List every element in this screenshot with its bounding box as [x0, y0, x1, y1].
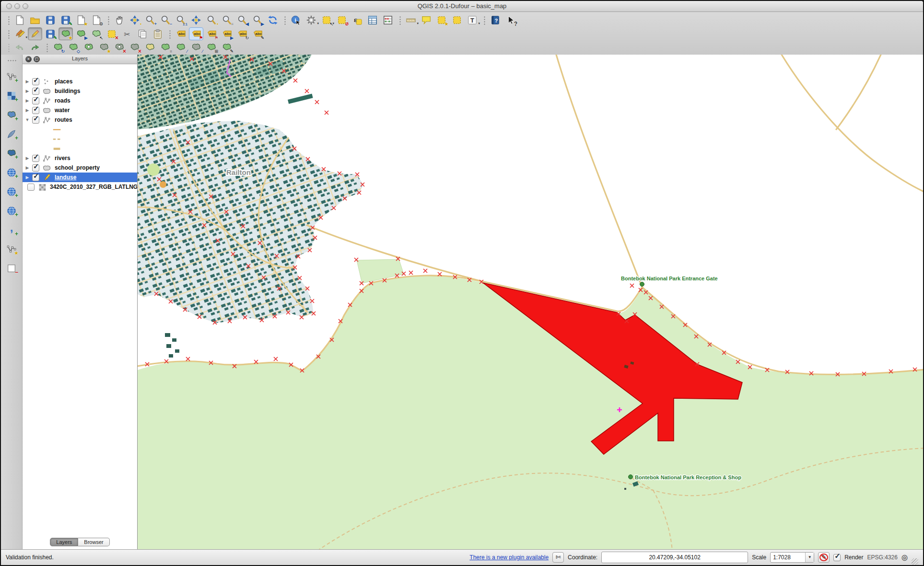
scale-combo[interactable]: 1:7028 ▼	[770, 552, 814, 563]
layer-item-raster[interactable]: 3420C_2010_327_RGB_LATLNG	[23, 182, 137, 192]
delete-selected-button[interactable]: ×	[105, 27, 119, 40]
layer-item-school-property[interactable]: ▶ school_property	[23, 163, 137, 173]
delete-ring-button[interactable]: ×	[112, 41, 127, 54]
node-tool-button[interactable]: ↖	[89, 27, 104, 40]
reshape-features-button[interactable]	[143, 41, 157, 54]
crs-status-icon[interactable]: ◎	[901, 553, 908, 562]
run-feature-action-button[interactable]: ▾	[304, 13, 318, 26]
deselect-features-button[interactable]: Ø	[335, 13, 349, 26]
layer-visibility-checkbox[interactable]	[32, 174, 39, 181]
routes-symbol-swatch-3[interactable]	[23, 144, 137, 153]
layer-item-water[interactable]: ▶ water	[23, 105, 137, 115]
offset-curve-button[interactable]: ≡	[158, 41, 173, 54]
map-tips-button[interactable]	[419, 13, 433, 26]
measure-button[interactable]: ▾	[404, 13, 418, 26]
coordinate-input[interactable]	[601, 552, 748, 563]
show-bookmarks-button[interactable]	[450, 13, 464, 26]
add-wcs-layer-button[interactable]: +	[4, 185, 19, 198]
layer-item-buildings[interactable]: ▶ buildings	[23, 86, 137, 96]
select-features-button[interactable]: ↖ ▾	[319, 13, 334, 26]
routes-symbol-swatch-1[interactable]	[23, 125, 137, 134]
tab-layers[interactable]: Layers	[50, 538, 78, 546]
undo-button[interactable]	[12, 41, 27, 54]
zoom-last-button[interactable]: ◀	[235, 13, 249, 26]
layer-visibility-checkbox[interactable]	[32, 164, 39, 172]
add-wfs-layer-button[interactable]: +	[4, 204, 19, 217]
new-plugin-link[interactable]: There is a new plugin available	[469, 554, 549, 561]
layer-item-places[interactable]: ▶ places	[23, 77, 137, 86]
expander-icon[interactable]: ▶	[25, 165, 30, 170]
tab-browser[interactable]: Browser	[78, 538, 109, 546]
layer-item-roads[interactable]: ▶ roads	[23, 96, 137, 105]
expander-icon[interactable]: ▶	[25, 108, 30, 113]
save-project-as-button[interactable]: ✎	[58, 13, 73, 26]
paste-features-button[interactable]	[151, 27, 165, 40]
title-bar[interactable]: QGIS 2.0.1-Dufour – basic_map	[1, 1, 923, 12]
add-spatialite-layer-button[interactable]: +	[4, 127, 19, 140]
add-ring-button[interactable]	[82, 41, 96, 54]
refresh-button[interactable]	[266, 13, 280, 26]
layer-item-landuse[interactable]: ▶ landuse	[23, 173, 137, 182]
rotate-feature-button[interactable]: ↻	[51, 41, 65, 54]
redo-button[interactable]	[28, 41, 42, 54]
render-checkbox[interactable]	[833, 554, 841, 561]
pin-unpin-labels-button[interactable]: ⚑	[204, 27, 219, 40]
delete-part-button[interactable]: ×	[128, 41, 142, 54]
copy-features-button[interactable]	[135, 27, 150, 40]
merge-attributes-button[interactable]: ✎	[220, 41, 234, 54]
highlight-pinned-labels-button[interactable]: ⚑	[189, 27, 203, 40]
open-project-button[interactable]	[28, 13, 42, 26]
split-parts-button[interactable]: ∕	[189, 41, 203, 54]
zoom-full-button[interactable]	[189, 13, 203, 26]
map-canvas[interactable]: Railton Bontebok National Park Entrance …	[138, 55, 923, 549]
whats-this-button[interactable]: ?	[503, 13, 518, 26]
save-project-button[interactable]	[43, 13, 58, 26]
layer-visibility-checkbox[interactable]	[32, 116, 39, 124]
layer-visibility-checkbox[interactable]	[32, 107, 39, 114]
pan-map-button[interactable]	[112, 13, 127, 26]
add-part-button[interactable]: ★	[97, 41, 111, 54]
simplify-feature-button[interactable]: ◇	[66, 41, 81, 54]
layer-item-rivers[interactable]: ▶ rivers	[23, 153, 137, 163]
layer-visibility-checkbox[interactable]	[27, 184, 35, 191]
labeling-options-button[interactable]	[174, 27, 188, 40]
add-feature-button[interactable]: ★	[58, 27, 73, 40]
zoom-in-button[interactable]: +	[143, 13, 157, 26]
plugin-icon[interactable]: ✄	[552, 552, 564, 563]
zoom-to-layer-button[interactable]: ≡	[220, 13, 234, 26]
select-by-expression-button[interactable]	[350, 13, 364, 26]
save-layer-edits-button[interactable]: ✎	[43, 27, 58, 40]
expander-icon[interactable]: ▶	[25, 156, 30, 161]
expander-icon[interactable]: ▼	[25, 117, 30, 122]
toggle-editing-button[interactable]	[28, 27, 42, 40]
layer-item-routes[interactable]: ▼ routes	[23, 115, 137, 125]
text-annotation-button[interactable]: ▾	[465, 13, 480, 26]
window-resize-grip[interactable]	[912, 558, 918, 565]
change-label-button[interactable]: ✎	[250, 27, 265, 40]
expander-icon[interactable]: ▶	[25, 89, 30, 93]
attribute-table-button[interactable]	[365, 13, 380, 26]
new-print-composer-button[interactable]: ★	[74, 13, 88, 26]
new-project-button[interactable]	[12, 13, 27, 26]
new-shapefile-layer-button[interactable]: ★	[4, 243, 19, 255]
zoom-out-button[interactable]: −	[158, 13, 173, 26]
pan-to-selection-button[interactable]: ▪	[128, 13, 142, 26]
expander-icon[interactable]: ▶	[25, 175, 30, 180]
expander-icon[interactable]: ▶	[25, 98, 30, 103]
field-calculator-button[interactable]	[381, 13, 395, 26]
add-raster-layer-button[interactable]: +	[4, 89, 19, 102]
help-button[interactable]	[488, 13, 503, 26]
rotate-label-button[interactable]: ↻	[235, 27, 249, 40]
current-edits-button[interactable]: ▾	[12, 27, 27, 40]
zoom-native-button[interactable]: 1:1	[174, 13, 188, 26]
zoom-next-button[interactable]: ▶	[250, 13, 265, 26]
composer-manager-button[interactable]: ⚙	[89, 13, 104, 26]
add-postgis-layer-button[interactable]: +	[4, 108, 19, 121]
stop-render-button[interactable]: ✎	[818, 552, 830, 563]
layer-visibility-checkbox[interactable]	[32, 78, 39, 85]
identify-features-button[interactable]	[289, 13, 303, 26]
layer-visibility-checkbox[interactable]	[32, 155, 39, 162]
remove-layer-button[interactable]: −	[4, 262, 19, 275]
add-delimited-text-layer-button[interactable]: +	[4, 223, 19, 236]
move-label-button[interactable]: ▶	[220, 27, 234, 40]
